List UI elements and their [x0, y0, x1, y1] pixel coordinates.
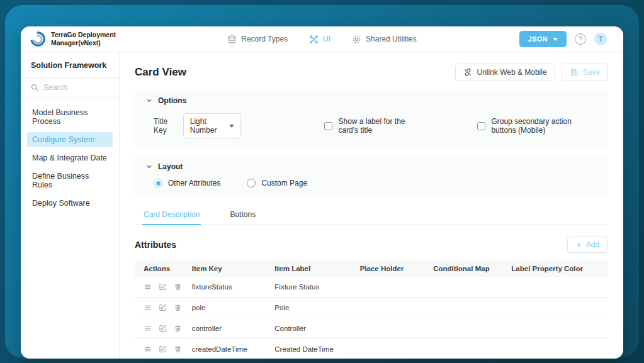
- title-key-label: Title Key: [154, 117, 177, 135]
- terrago-logo-icon: [30, 31, 46, 47]
- sidebar: Solution Framework Model Business Proces…: [21, 52, 120, 359]
- delete-icon[interactable]: [174, 303, 182, 312]
- tabs: Card Description Buttons: [135, 206, 608, 225]
- drag-handle-icon[interactable]: [144, 324, 152, 333]
- sidebar-item-deploy-software[interactable]: Deploy Software: [27, 196, 113, 211]
- nav-record-types-label: Record Types: [241, 35, 288, 43]
- show-label-checkbox-label: Show a label for the card's title: [338, 117, 417, 135]
- col-actions: Actions: [135, 260, 187, 277]
- layout-section-toggle[interactable]: Layout: [146, 162, 597, 171]
- plus-icon: +: [576, 240, 581, 249]
- json-button-label: JSON: [528, 35, 548, 43]
- cell-item-label: Created DateTime: [269, 339, 354, 359]
- app-body: Solution Framework Model Business Proces…: [21, 52, 623, 359]
- page-title: Card View: [135, 66, 186, 79]
- group-secondary-buttons-checkbox-label: Group secondary action buttons (Mobile): [491, 117, 597, 135]
- save-button-label: Save: [583, 68, 600, 77]
- brand: TerraGo Deployment Manager(vNext): [30, 26, 116, 52]
- save-button[interactable]: Save: [562, 64, 608, 81]
- custom-page-radio-label: Custom Page: [261, 179, 307, 187]
- delete-icon[interactable]: [174, 282, 182, 291]
- row-actions: [144, 324, 182, 333]
- col-conditional-map: Conditional Map: [428, 260, 506, 277]
- avatar[interactable]: T: [594, 33, 607, 45]
- edit-icon[interactable]: [159, 345, 167, 354]
- search-input[interactable]: [43, 83, 109, 92]
- attributes-head: Attributes + Add: [135, 237, 608, 253]
- edit-icon[interactable]: [159, 324, 167, 333]
- nav-ui[interactable]: UI: [309, 35, 330, 44]
- caret-down-icon: [229, 125, 234, 128]
- drag-handle-icon[interactable]: [144, 345, 152, 354]
- sidebar-item-define-business-rules[interactable]: Define Business Rules: [27, 169, 113, 193]
- cell-label-property-color: [506, 339, 608, 359]
- add-button-label: Add: [586, 240, 599, 249]
- layout-radio-row: Other Attributes Custom Page: [146, 179, 597, 187]
- json-button[interactable]: JSON: [519, 31, 567, 47]
- title-key-select[interactable]: Light Number: [183, 113, 242, 138]
- cell-item-label: Pole: [269, 298, 354, 318]
- options-section-toggle[interactable]: Options: [146, 96, 597, 105]
- brand-name: TerraGo Deployment Manager(vNext): [51, 31, 116, 47]
- col-item-label: Item Label: [269, 260, 354, 277]
- cell-label-property-color: [506, 318, 608, 339]
- col-item-key: Item Key: [187, 260, 270, 277]
- sidebar-item-model-business-process[interactable]: Model Business Process: [27, 105, 113, 129]
- delete-icon[interactable]: [174, 324, 182, 333]
- tab-card-description[interactable]: Card Description: [142, 206, 201, 225]
- table-header-row: Actions Item Key Item Label Place Holder…: [135, 260, 608, 277]
- show-label-checkbox[interactable]: Show a label for the card's title: [324, 117, 417, 135]
- cell-item-key: createdDateTime: [187, 339, 270, 359]
- row-actions: [144, 282, 182, 291]
- cell-conditional-map: [428, 298, 506, 318]
- edit-icon[interactable]: [159, 303, 167, 312]
- delete-icon[interactable]: [174, 345, 182, 354]
- sidebar-title: Solution Framework: [21, 52, 119, 78]
- title-key-value: Light Number: [190, 117, 224, 135]
- other-attributes-radio[interactable]: Other Attributes: [154, 179, 220, 187]
- row-actions: [144, 345, 182, 354]
- cell-item-key: controller: [187, 318, 270, 339]
- unlink-web-mobile-button[interactable]: Unlink Web & Mobile: [455, 64, 555, 81]
- unlink-button-label: Unlink Web & Mobile: [477, 68, 546, 77]
- options-panel: Options Title Key Light Number Show a la…: [135, 90, 608, 147]
- database-icon: [227, 35, 237, 44]
- drag-handle-icon[interactable]: [144, 303, 152, 312]
- checkbox-icon: [324, 122, 332, 130]
- cell-label-property-color: [506, 298, 608, 318]
- tab-buttons[interactable]: Buttons: [229, 206, 257, 225]
- table-row: fixtureStatus Fixture Status: [135, 277, 608, 298]
- sidebar-item-configure-system[interactable]: Configure System: [27, 132, 113, 147]
- save-icon: [570, 68, 579, 77]
- edit-icon[interactable]: [159, 282, 167, 291]
- nav-shared-utilities[interactable]: Shared Utilities: [352, 35, 417, 44]
- group-secondary-buttons-checkbox[interactable]: Group secondary action buttons (Mobile): [477, 117, 597, 135]
- nav-record-types[interactable]: Record Types: [227, 35, 288, 44]
- app-bar: TerraGo Deployment Manager(vNext) Record…: [21, 26, 623, 52]
- sidebar-item-map-integrate-date[interactable]: Map & Integrate Date: [27, 150, 113, 165]
- options-section-label: Options: [158, 96, 186, 105]
- add-attribute-button[interactable]: + Add: [567, 237, 608, 253]
- table-row: pole Pole: [135, 298, 608, 318]
- attributes-title: Attributes: [135, 240, 176, 250]
- search-icon: [31, 84, 38, 91]
- custom-page-radio[interactable]: Custom Page: [247, 179, 307, 187]
- drag-handle-icon[interactable]: [144, 282, 152, 291]
- table-row: controller Controller: [135, 318, 608, 339]
- main-content: Card View Unlink Web & Mobile: [120, 52, 623, 359]
- help-icon[interactable]: ?: [575, 33, 586, 45]
- nav-ui-label: UI: [323, 35, 330, 43]
- other-attributes-radio-label: Other Attributes: [168, 179, 220, 187]
- cell-item-key: pole: [187, 298, 270, 318]
- row-actions: [144, 303, 182, 312]
- chevron-down-icon: [146, 98, 152, 104]
- nav-shared-utilities-label: Shared Utilities: [366, 35, 417, 43]
- cell-place-holder: [355, 298, 429, 318]
- cell-place-holder: [355, 277, 429, 298]
- cell-conditional-map: [428, 318, 506, 339]
- radio-icon: [247, 179, 256, 187]
- sidebar-search: [21, 78, 119, 98]
- cell-place-holder: [355, 318, 429, 339]
- caret-down-icon: [553, 38, 558, 41]
- radio-icon: [154, 179, 162, 187]
